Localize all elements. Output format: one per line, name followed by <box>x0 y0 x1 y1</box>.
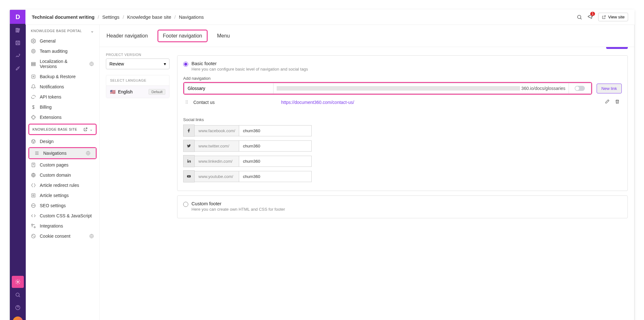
sidebar-item-design[interactable]: Design <box>26 136 99 146</box>
sidebar-item-localization[interactable]: Localization & Versions <box>26 56 99 71</box>
topbar: Technical document writing / Settings / … <box>25 10 634 25</box>
save-icon[interactable] <box>10 37 26 49</box>
nav-url-input[interactable]: 360.io/docs/glossaries <box>273 83 569 94</box>
default-badge: Default <box>149 89 165 95</box>
chevron-down-icon: ⌄ <box>90 127 93 132</box>
svg-rect-19 <box>32 194 35 197</box>
svg-point-15 <box>33 142 34 143</box>
tabs: Header navigation Footer navigation Menu <box>100 25 634 47</box>
edit-icon[interactable] <box>605 99 610 105</box>
external-link-icon <box>83 127 88 132</box>
basic-footer-radio[interactable] <box>183 62 188 67</box>
social-input[interactable] <box>239 125 312 136</box>
breadcrumb-item[interactable]: Navigations <box>179 14 204 20</box>
basic-footer-desc: Here you can configure basic level of na… <box>191 67 308 71</box>
tab-footer-nav[interactable]: Footer navigation <box>157 30 208 42</box>
breadcrumb-item[interactable]: Settings <box>102 14 119 20</box>
basic-footer-title: Basic footer <box>191 61 308 66</box>
sidebar-item-navigations-highlight: Navigations <box>28 147 97 159</box>
notif-badge: 1 <box>590 12 595 16</box>
search-icon[interactable] <box>10 289 26 301</box>
section-header-kb-site-highlight: KNOWLEDGE BASE SITE ⌄ <box>28 124 97 135</box>
custom-footer-radio[interactable] <box>183 202 188 207</box>
svg-point-4 <box>33 40 34 42</box>
sidebar-item-article-settings[interactable]: Article settings <box>26 190 99 201</box>
app-rail: D <box>10 10 26 320</box>
svg-point-26 <box>34 236 34 237</box>
svg-point-14 <box>34 141 35 141</box>
sidebar-item-seo[interactable]: SEO settings <box>26 201 99 211</box>
facebook-icon <box>183 125 195 137</box>
drag-handle-icon[interactable]: ⠿ <box>185 100 188 105</box>
new-link-button[interactable]: New link <box>597 84 622 93</box>
sidebar-item-api-tokens[interactable]: API tokens <box>26 92 99 102</box>
sidebar-item-integrations[interactable]: Integrations <box>26 221 99 231</box>
sidebar-item-extensions[interactable]: Extensions <box>26 112 99 122</box>
docs-icon[interactable] <box>10 24 26 37</box>
social-links-label: Social links <box>183 117 622 122</box>
basic-footer-panel: Basic footer Here you can configure basi… <box>177 55 628 191</box>
breadcrumb-item[interactable]: Technical document writing <box>32 14 94 20</box>
sidebar-item-custom-pages[interactable]: Custom pages <box>26 160 99 170</box>
breadcrumb: Technical document writing / Settings / … <box>32 14 204 20</box>
globe-icon <box>89 234 94 239</box>
svg-point-23 <box>34 227 35 228</box>
social-base: www.youtube.com/ <box>195 171 239 182</box>
search-icon[interactable] <box>577 14 582 20</box>
help-icon[interactable] <box>10 301 26 314</box>
main-content: Header navigation Footer navigation Menu… <box>100 10 634 320</box>
tools-icon[interactable] <box>10 62 26 75</box>
add-navigation-label: Add navigation <box>183 76 622 81</box>
view-site-button[interactable]: View site <box>598 13 628 21</box>
svg-point-13 <box>32 141 33 141</box>
caret-down-icon: ▾ <box>164 61 166 66</box>
link-name: Contact us <box>193 100 276 105</box>
section-header-portal[interactable]: KNOWLEDGE BASE PORTAL⌄ <box>26 26 99 36</box>
svg-point-22 <box>31 224 33 225</box>
project-version-label: PROJECT VERSION <box>106 53 170 57</box>
globe-icon <box>86 151 91 156</box>
sidebar-item-team-auditing[interactable]: Team auditing <box>26 46 99 56</box>
breadcrumb-item[interactable]: Knowledge base site <box>127 14 171 20</box>
nav-name-input[interactable] <box>188 86 270 91</box>
social-row-twitter: www.twitter.com/ <box>183 140 622 152</box>
announcements-icon[interactable]: 1 <box>587 14 593 21</box>
svg-rect-0 <box>16 41 20 45</box>
language-row[interactable]: 🇺🇸 English Default <box>106 86 169 98</box>
sidebar-item-backup[interactable]: Backup & Restore <box>26 71 99 82</box>
social-base: www.twitter.com/ <box>195 140 239 152</box>
section-header-kb-site[interactable]: KNOWLEDGE BASE SITE ⌄ <box>29 125 96 134</box>
svg-point-6 <box>32 50 34 52</box>
language-label: SELECT LANGUAGE <box>106 75 169 86</box>
svg-point-20 <box>33 195 34 196</box>
nav-edit-row-highlight: 360.io/docs/glossaries <box>183 82 592 95</box>
tab-header-nav[interactable]: Header navigation <box>106 32 149 40</box>
flag-icon: 🇺🇸 <box>110 89 115 94</box>
sidebar-item-css-js[interactable]: Custom CSS & JavaScript <box>26 211 99 221</box>
twitter-icon <box>183 140 195 152</box>
sidebar-item-billing[interactable]: Billing <box>26 102 99 112</box>
tab-menu[interactable]: Menu <box>217 32 231 40</box>
sidebar-item-custom-domain[interactable]: Custom domain <box>26 170 99 180</box>
save-button[interactable]: Save <box>606 47 628 49</box>
nav-toggle[interactable] <box>575 86 585 91</box>
sidebar-item-redirect-rules[interactable]: Article redirect rules <box>26 180 99 190</box>
app-logo[interactable]: D <box>10 10 26 24</box>
settings-icon[interactable] <box>12 276 24 288</box>
avatar[interactable] <box>13 317 23 320</box>
svg-point-25 <box>32 235 33 236</box>
svg-rect-8 <box>31 64 35 65</box>
sidebar-item-navigations[interactable]: Navigations <box>29 148 96 158</box>
sidebar-item-cookie-consent[interactable]: Cookie consent <box>26 231 99 241</box>
social-input[interactable] <box>239 156 312 167</box>
sidebar-item-notifications[interactable]: Notifications <box>26 82 99 92</box>
sidebar-item-general[interactable]: General <box>26 36 99 46</box>
delete-icon[interactable] <box>615 99 620 105</box>
custom-footer-panel: Custom footer Here you can create own HT… <box>177 195 628 218</box>
project-version-select[interactable]: Review ▾ <box>106 58 170 69</box>
youtube-icon <box>183 170 195 182</box>
social-input[interactable] <box>239 171 312 182</box>
social-input[interactable] <box>239 140 312 152</box>
analytics-icon[interactable] <box>10 49 26 62</box>
custom-footer-title: Custom footer <box>191 201 285 206</box>
